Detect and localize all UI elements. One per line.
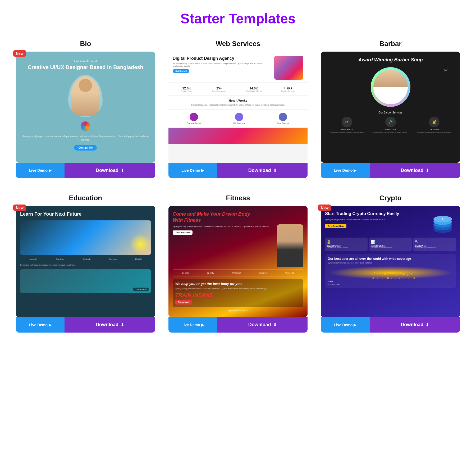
- edu-desc: Synergistically repurpose resource level…: [20, 264, 151, 267]
- barbar-service-desc-2: Synergistically provide access to unique…: [417, 132, 451, 133]
- barbar-person: [373, 70, 408, 104]
- crypto-feature-0: 🔒 Secure Payment Synergistically provide…: [325, 238, 368, 251]
- svg-point-16: [407, 275, 408, 276]
- fitness-person: [277, 224, 303, 267]
- edu-bottom-img: 1200+ Courses: [20, 269, 151, 293]
- live-demo-button-crypto[interactable]: Live Demo ▶: [321, 317, 369, 333]
- download-label-education: Download: [96, 322, 118, 328]
- crypto-feature-desc-0: Synergistically provide access: [327, 247, 366, 249]
- crypto-cta-btn[interactable]: As a Demo Now: [325, 224, 346, 228]
- ws-howitworks-desc: Synergistically provide access to world …: [171, 104, 305, 106]
- card-actions-education: Live Demo ▶ Download ⬇: [16, 317, 155, 333]
- bio-circle-icon: [81, 121, 90, 131]
- download-button-webservices[interactable]: Download ⬇: [217, 163, 308, 178]
- template-card-webservices: Web Services Digital Product Design Agen…: [168, 40, 308, 178]
- fitness-brand-1: Spotify: [207, 272, 214, 274]
- ws-cta-btn[interactable]: Get Started: [173, 69, 189, 73]
- crypto-feature-2: ⛏ Crypto Miner Synergistically provide a…: [413, 238, 456, 251]
- download-button-crypto[interactable]: Download ⬇: [370, 317, 460, 333]
- card-actions-webservices: Live Demo ▶ Download ⬇: [168, 163, 308, 178]
- live-demo-button-fitness[interactable]: Live Demo ▶: [168, 317, 217, 333]
- live-demo-button-education[interactable]: Live Demo ▶: [16, 317, 65, 333]
- crypto-top: Start Trading Crypto Currency Easily Syn…: [325, 211, 456, 238]
- fitness-explore: Explore by Services: [173, 309, 304, 312]
- card-actions-crypto: Live Demo ▶ Download ⬇: [321, 317, 460, 333]
- barbar-service-icon-0: ✂: [342, 117, 352, 127]
- svg-point-20: [382, 279, 383, 279]
- live-demo-button-barbar[interactable]: Live Demo ▶: [321, 163, 369, 178]
- card-preview-crypto: Start Trading Crypto Currency Easily Syn…: [321, 206, 460, 317]
- edu-hero-img: [20, 220, 151, 255]
- ws-top: Digital Product Design Agency We synergi…: [168, 52, 308, 82]
- ws-hero-title: Digital Product Design Agency: [173, 56, 272, 61]
- ws-howitworks: How It Works Synergistically provide acc…: [168, 96, 308, 109]
- template-card-crypto: New Crypto Start Trading Crypto Currency…: [321, 194, 460, 333]
- barbar-service-0: ✂ Men's Haircut Synergistically provide …: [329, 117, 364, 133]
- barbar-service-1: 🪒 Beard Trim Synergistically provide acc…: [373, 117, 408, 133]
- crypto-features: 🔒 Secure Payment Synergistically provide…: [325, 238, 456, 251]
- download-button-fitness[interactable]: Download ⬇: [217, 317, 308, 333]
- fitness-brands: Google Spotify Pinterest amazon Microsof…: [173, 269, 304, 276]
- card-actions-barbar: Live Demo ▶ Download ⬇: [321, 163, 460, 178]
- ws-stat-1: 25+ Team Employees: [212, 87, 226, 92]
- live-demo-label-crypto: Live Demo: [334, 323, 353, 327]
- ws-stat-lbl-0: Product Sales: [181, 90, 193, 92]
- crypto-headline: Start Trading Crypto Currency Easily: [325, 211, 427, 217]
- fitness-headline-text: Come and Make Your Dream Body: [173, 211, 250, 217]
- crypto-world-headline: Our best user are all over the world wit…: [328, 257, 453, 261]
- card-preview-fitness: Come and Make Your Dream Body With Fitne…: [168, 206, 308, 317]
- download-button-bio[interactable]: Download ⬇: [65, 163, 155, 178]
- barbar-service-desc-0: Synergistically provide access to unique…: [329, 132, 364, 133]
- download-button-education[interactable]: Download ⬇: [65, 317, 155, 333]
- live-demo-button-bio[interactable]: Live Demo ▶: [16, 163, 65, 178]
- download-icon-crypto: ⬇: [425, 322, 429, 327]
- barbar-service-2: 💆 Treatment Synergistically provide acce…: [417, 117, 451, 133]
- ws-icon-label-2: Grow Revenue: [277, 122, 289, 124]
- svg-point-12: [392, 273, 394, 274]
- ws-stat-val-3: 4.7K+: [281, 87, 295, 90]
- template-card-education: New Education Learn For Your Next Future…: [16, 194, 155, 333]
- ws-stat-val-2: 14.6K: [246, 87, 262, 90]
- ws-hero: Digital Product Design Agency We synergi…: [173, 56, 304, 80]
- crypto-desc: Synergistically provide access to world …: [325, 218, 427, 221]
- ws-hero-desc: We synergistically provide access to wor…: [173, 62, 272, 67]
- download-icon-bio: ⬇: [121, 168, 124, 173]
- crypto-world-desc: Synergistically provide access to world …: [328, 262, 453, 264]
- bio-avatar-wrap: [68, 75, 103, 117]
- svg-point-8: [377, 273, 378, 274]
- barbar-service-icon-2: 💆: [429, 117, 440, 127]
- crypto-feature-1: 📊 Market Statistics Synergistically prov…: [369, 238, 412, 251]
- ws-icon-2: Grow Revenue: [277, 113, 289, 124]
- barbar-service-desc-1: Synergistically provide access to unique…: [373, 132, 408, 133]
- barbar-circle: [371, 67, 410, 107]
- live-demo-button-webservices[interactable]: Live Demo ▶: [168, 163, 217, 178]
- svg-point-13: [397, 274, 398, 275]
- live-demo-label-fitness: Live Demo: [181, 323, 200, 327]
- ws-stat-lbl-2: World Wide Clients: [246, 90, 262, 92]
- ws-stat-val-1: 25+: [212, 87, 226, 90]
- bio-cta[interactable]: Contact Me: [74, 145, 97, 151]
- svg-point-21: [387, 277, 389, 279]
- ws-stats: 12.6K Product Sales 25+ Team Employees 1…: [168, 83, 308, 95]
- fitness-hero-area: Discover Now: [173, 230, 304, 267]
- download-button-barbar[interactable]: Download ⬇: [370, 163, 460, 178]
- download-label-bio: Download: [96, 168, 118, 173]
- bio-name: Hossain Mahmud: [74, 60, 97, 63]
- ws-icons: Payment Director Well Document Grow Reve…: [168, 110, 308, 127]
- card-title-education: Education: [16, 194, 155, 202]
- fitness-discover-btn[interactable]: Discover Now: [173, 230, 193, 235]
- barbar-service-name-0: Men's Haircut: [340, 128, 353, 131]
- crypto-coin-svg: ₿: [429, 211, 456, 238]
- download-label-fitness: Download: [248, 322, 271, 328]
- download-label-webservices: Download: [248, 168, 271, 173]
- download-label-crypto: Download: [401, 322, 423, 328]
- crypto-feature-name-0: Secure Payment: [327, 245, 366, 247]
- card-preview-bio: Hossain Mahmud Creative UI/UX Designer B…: [16, 52, 155, 163]
- download-icon-webservices: ⬇: [273, 168, 277, 173]
- ws-icon-circle-0: [190, 113, 198, 121]
- svg-point-24: [399, 278, 400, 279]
- svg-point-15: [403, 273, 405, 275]
- card-preview-webservices: Digital Product Design Agency We synergi…: [168, 52, 308, 163]
- fitness-bottom-section: We help you to get the best body for you…: [173, 279, 304, 307]
- fitness-shop-btn[interactable]: Shop Now: [175, 300, 192, 305]
